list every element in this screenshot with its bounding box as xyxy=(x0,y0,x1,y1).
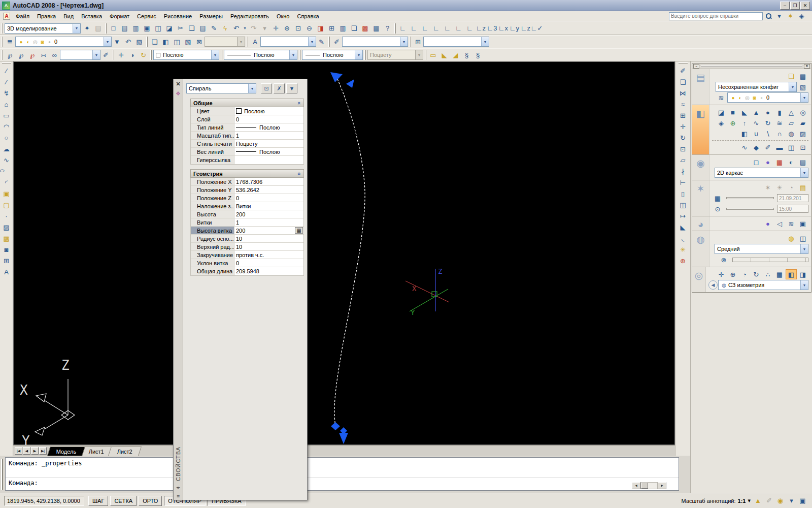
scroll-thumb[interactable] xyxy=(641,483,648,489)
select-objects-button[interactable]: ✗ xyxy=(274,83,285,93)
intersect-icon[interactable]: ∩ xyxy=(774,129,785,139)
ucs-view-icon[interactable]: ∟ xyxy=(453,23,464,34)
preview-icon[interactable]: ◫ xyxy=(153,23,163,34)
dropdown-arrow-icon[interactable]: ▼ xyxy=(73,24,80,33)
linetype-select[interactable]: Послою ▼ xyxy=(224,50,297,60)
help-search-input[interactable] xyxy=(669,12,763,20)
render-output-icon[interactable]: ⊗ xyxy=(718,255,729,265)
union-icon[interactable]: ∪ xyxy=(751,129,762,139)
layers-flat-icon[interactable]: ▤ xyxy=(797,71,808,81)
time-slider[interactable] xyxy=(726,208,774,210)
geographic-location-icon[interactable]: ◔ xyxy=(786,182,797,193)
layers-gutter-icon[interactable]: ▤ xyxy=(692,69,709,105)
navigate-gutter-icon[interactable]: ◎ xyxy=(692,267,706,292)
dropdown-arrow-icon[interactable]: ▼ xyxy=(308,37,316,46)
lineweight-select[interactable]: Послою ▼ xyxy=(302,50,363,60)
back-icon[interactable]: ◀ xyxy=(712,282,715,288)
toolbar-handle[interactable] xyxy=(364,50,366,60)
visual-style-select[interactable]: 2D каркас ▼ xyxy=(715,168,808,178)
dropdown-arrow-icon[interactable]: ▼ xyxy=(800,280,808,290)
dropdown-arrow-icon[interactable]: ▼ xyxy=(92,50,100,59)
workspace-select[interactable]: 3D моделирование ▼ xyxy=(5,23,81,34)
nav-pan-icon[interactable]: ✛ xyxy=(716,269,727,279)
text-style-icon[interactable]: A xyxy=(250,37,260,47)
zoom-window-icon[interactable]: ⊡ xyxy=(293,23,303,34)
dropdown-arrow-icon[interactable]: ▼ xyxy=(481,37,489,46)
scroll-track[interactable] xyxy=(640,482,658,489)
3d-move-gizmo-icon[interactable]: ◫ xyxy=(786,142,797,152)
materials-gutter-icon[interactable]: ◕ xyxy=(692,216,709,231)
toolbar-handle[interactable] xyxy=(2,37,3,47)
table-style-icon[interactable]: ⊞ xyxy=(413,37,423,47)
3d-orbit-icon[interactable]: ◑ xyxy=(127,50,138,60)
workspace-settings-icon[interactable]: ✦ xyxy=(82,23,92,34)
layer-states-manager-icon[interactable]: ▧ xyxy=(797,82,808,92)
ruler-icon-2[interactable]: ◣ xyxy=(439,50,450,60)
dropdown-arrow-icon[interactable]: ▼ xyxy=(800,244,808,253)
open-icon[interactable]: ▤ xyxy=(119,23,130,34)
view-add-icon[interactable]: ℘ xyxy=(16,50,26,60)
dashboard-drag-handle[interactable] xyxy=(701,66,802,67)
view-name-select[interactable]: ▼ xyxy=(60,50,100,60)
redo-icon[interactable]: ↷ xyxy=(248,23,259,34)
dim-style-icon[interactable]: ✐ xyxy=(331,37,342,47)
layer-tool-icon-2[interactable]: ◧ xyxy=(160,37,171,47)
grip-arrow-bottom[interactable] xyxy=(339,433,348,444)
dashboard-layer-select[interactable]: ●◐◎◙▫ 0 ▼ xyxy=(727,92,808,103)
box-icon[interactable]: ■ xyxy=(727,107,738,117)
toolbar-handle[interactable] xyxy=(679,62,688,64)
3d-move-icon[interactable]: ◈ xyxy=(716,118,727,128)
designcenter-icon[interactable]: ⊞ xyxy=(326,23,337,34)
star-icon[interactable]: ✶ xyxy=(785,11,796,21)
layer-control-icon[interactable]: ≋ xyxy=(716,92,727,103)
material-library-icon[interactable]: ≋ xyxy=(786,218,797,229)
light-gutter-icon[interactable]: ✶ xyxy=(692,180,709,216)
visualstyle-gutter-icon[interactable]: ◉ xyxy=(692,155,709,180)
quick-select-button[interactable]: ▼ xyxy=(286,83,297,93)
material-mapping-icon[interactable]: ◁ xyxy=(774,218,785,229)
sheet-set-icon[interactable]: ❏ xyxy=(349,23,359,34)
auto-annotation-icon[interactable]: ✐ xyxy=(764,495,774,506)
toolbar-handle[interactable] xyxy=(394,23,396,34)
view-direction-select[interactable]: ◍ СЗ изометрия ▼ xyxy=(718,280,808,290)
palette-menu-icon[interactable]: ≣ xyxy=(177,494,180,498)
render-gutter-icon[interactable]: ◍ xyxy=(692,231,709,267)
toolbar-handle[interactable] xyxy=(328,37,330,47)
light-list-icon[interactable]: ▤ xyxy=(797,182,808,193)
3d-array-icon[interactable]: ⊕ xyxy=(727,118,738,128)
snap-toggle[interactable]: ШАГ xyxy=(88,496,108,506)
zoom-previous-icon[interactable]: ⊖ xyxy=(304,23,315,34)
clean-screen-icon[interactable]: ▣ xyxy=(797,495,808,506)
cone-icon[interactable]: ▲ xyxy=(751,107,762,117)
make-layer-current-icon[interactable]: ▼ xyxy=(112,37,122,47)
layer-tool-icon-3[interactable]: ◫ xyxy=(172,37,182,47)
visual-style-icon[interactable]: ◻ xyxy=(751,157,762,167)
menu-dimensions[interactable]: Размеры xyxy=(196,12,226,20)
create-light-icon[interactable]: ✶ xyxy=(762,182,773,193)
new-icon[interactable]: □ xyxy=(108,23,119,34)
scroll-left-icon[interactable]: ◀ xyxy=(632,482,640,489)
scroll-pencil-icon[interactable]: § xyxy=(461,50,472,60)
palette-title-strip[interactable]: ✕ ❖ СВОЙСТВА ◂▸ ≣ xyxy=(174,79,183,500)
dropdown-arrow-icon[interactable]: ▼ xyxy=(104,37,111,46)
realistic-style-icon[interactable]: ● xyxy=(762,157,773,167)
tab-next-button[interactable]: ▶ xyxy=(31,447,39,455)
lock-icon[interactable]: ◉ xyxy=(775,495,786,506)
grip-arrow-top-2[interactable] xyxy=(346,79,354,88)
collapse-chevron-icon[interactable]: « xyxy=(296,101,302,104)
wedge-icon[interactable]: ◣ xyxy=(739,107,750,117)
group-icon-1[interactable]: ∺ xyxy=(38,50,49,60)
menu-service[interactable]: Сервис xyxy=(133,12,160,20)
tab-list2[interactable]: Лист2 xyxy=(108,447,142,456)
toolbar-handle[interactable] xyxy=(146,37,148,47)
cylinder-icon[interactable]: ▮ xyxy=(774,107,785,117)
render-region-icon[interactable]: ◫ xyxy=(797,233,808,243)
dropdown-arrow-icon[interactable]: ▼ xyxy=(800,168,808,177)
render-icon[interactable]: ◍ xyxy=(786,233,797,243)
scroll-zoom-icon[interactable]: § xyxy=(472,50,483,60)
command-prompt[interactable]: Команда: xyxy=(6,478,679,488)
menu-format[interactable]: Формат xyxy=(106,12,133,20)
style-manager-icon[interactable]: ▦ xyxy=(774,157,785,167)
ucs-3point-icon[interactable]: ∟3 xyxy=(487,23,497,34)
menu-view[interactable]: Вид xyxy=(60,12,77,20)
